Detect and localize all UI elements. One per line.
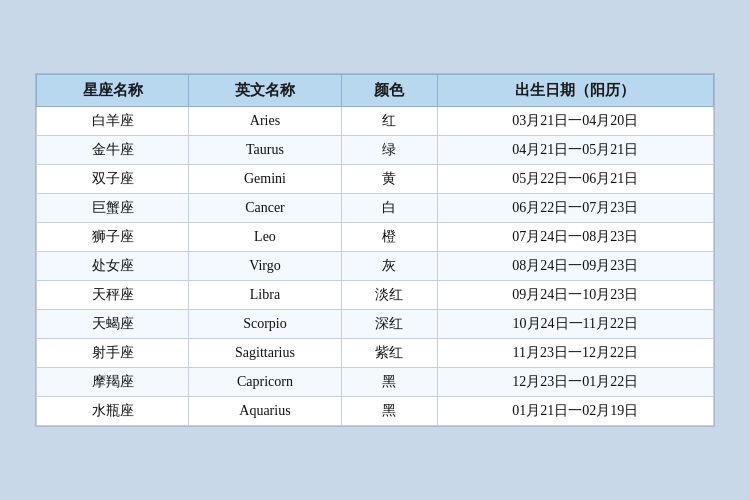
cell-chinese-name: 金牛座 [37,136,189,165]
table-row: 双子座Gemini黄05月22日一06月21日 [37,165,714,194]
table-header-row: 星座名称 英文名称 颜色 出生日期（阳历） [37,75,714,107]
cell-dates: 04月21日一05月21日 [437,136,713,165]
cell-chinese-name: 天蝎座 [37,310,189,339]
header-chinese-name: 星座名称 [37,75,189,107]
table-row: 摩羯座Capricorn黑12月23日一01月22日 [37,368,714,397]
cell-chinese-name: 白羊座 [37,107,189,136]
cell-dates: 01月21日一02月19日 [437,397,713,426]
cell-dates: 12月23日一01月22日 [437,368,713,397]
cell-english-name: Leo [189,223,341,252]
cell-dates: 07月24日一08月23日 [437,223,713,252]
cell-dates: 09月24日一10月23日 [437,281,713,310]
cell-dates: 08月24日一09月23日 [437,252,713,281]
cell-dates: 05月22日一06月21日 [437,165,713,194]
cell-chinese-name: 水瓶座 [37,397,189,426]
cell-english-name: Aries [189,107,341,136]
table-row: 天秤座Libra淡红09月24日一10月23日 [37,281,714,310]
header-english-name: 英文名称 [189,75,341,107]
table-row: 金牛座Taurus绿04月21日一05月21日 [37,136,714,165]
cell-english-name: Cancer [189,194,341,223]
cell-color: 白 [341,194,437,223]
table-row: 处女座Virgo灰08月24日一09月23日 [37,252,714,281]
table-row: 天蝎座Scorpio深红10月24日一11月22日 [37,310,714,339]
cell-english-name: Scorpio [189,310,341,339]
table-body: 白羊座Aries红03月21日一04月20日金牛座Taurus绿04月21日一0… [37,107,714,426]
cell-english-name: Aquarius [189,397,341,426]
cell-chinese-name: 巨蟹座 [37,194,189,223]
cell-chinese-name: 双子座 [37,165,189,194]
table-row: 巨蟹座Cancer白06月22日一07月23日 [37,194,714,223]
cell-chinese-name: 处女座 [37,252,189,281]
cell-chinese-name: 射手座 [37,339,189,368]
cell-color: 淡红 [341,281,437,310]
cell-english-name: Gemini [189,165,341,194]
cell-dates: 11月23日一12月22日 [437,339,713,368]
cell-color: 黄 [341,165,437,194]
cell-color: 紫红 [341,339,437,368]
header-dates: 出生日期（阳历） [437,75,713,107]
cell-english-name: Virgo [189,252,341,281]
cell-color: 深红 [341,310,437,339]
table-row: 白羊座Aries红03月21日一04月20日 [37,107,714,136]
cell-dates: 06月22日一07月23日 [437,194,713,223]
cell-english-name: Capricorn [189,368,341,397]
cell-color: 黑 [341,368,437,397]
cell-chinese-name: 天秤座 [37,281,189,310]
cell-chinese-name: 摩羯座 [37,368,189,397]
cell-dates: 10月24日一11月22日 [437,310,713,339]
header-color: 颜色 [341,75,437,107]
cell-english-name: Sagittarius [189,339,341,368]
cell-dates: 03月21日一04月20日 [437,107,713,136]
cell-color: 黑 [341,397,437,426]
zodiac-table-wrapper: 星座名称 英文名称 颜色 出生日期（阳历） 白羊座Aries红03月21日一04… [35,73,715,427]
cell-color: 绿 [341,136,437,165]
cell-color: 橙 [341,223,437,252]
cell-color: 红 [341,107,437,136]
table-row: 射手座Sagittarius紫红11月23日一12月22日 [37,339,714,368]
cell-color: 灰 [341,252,437,281]
table-row: 狮子座Leo橙07月24日一08月23日 [37,223,714,252]
cell-chinese-name: 狮子座 [37,223,189,252]
zodiac-table: 星座名称 英文名称 颜色 出生日期（阳历） 白羊座Aries红03月21日一04… [36,74,714,426]
cell-english-name: Taurus [189,136,341,165]
table-row: 水瓶座Aquarius黑01月21日一02月19日 [37,397,714,426]
cell-english-name: Libra [189,281,341,310]
